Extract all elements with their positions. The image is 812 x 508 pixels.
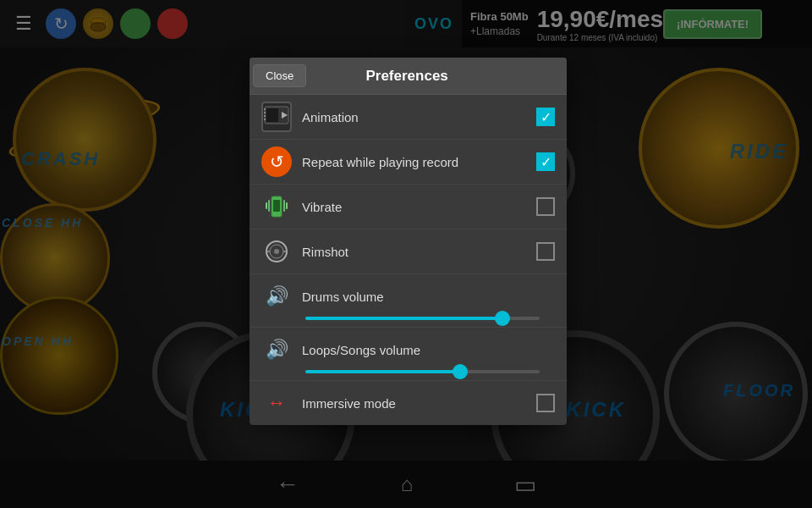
vibrate-icon [261, 191, 292, 222]
immersive-checkbox[interactable] [536, 394, 555, 412]
svg-rect-12 [268, 200, 270, 212]
rimshot-preference[interactable]: Rimshot [250, 229, 567, 274]
loops-volume-header: 🔊 Loops/Songs volume [261, 334, 555, 365]
loops-volume-row: 🔊 Loops/Songs volume [250, 328, 567, 381]
animation-checkbox[interactable]: ✓ [536, 108, 555, 126]
immersive-preference[interactable]: ↔ Immersive mode [250, 381, 567, 425]
rimshot-label: Rimshot [302, 245, 536, 259]
dialog-header: Close Preferences [250, 58, 567, 95]
rimshot-checkbox[interactable] [536, 242, 555, 261]
rimshot-icon [261, 236, 292, 267]
repeat-label: Repeat while playing record [302, 155, 536, 169]
drums-volume-fill [305, 317, 502, 320]
loops-volume-slider[interactable] [305, 370, 540, 373]
svg-rect-13 [283, 200, 285, 212]
svg-rect-6 [264, 108, 266, 110]
svg-rect-8 [264, 115, 266, 117]
close-button[interactable]: Close [253, 64, 306, 87]
checkmark-icon: ✓ [540, 109, 551, 125]
immersive-label: Immersive mode [302, 396, 536, 411]
volume-purple-icon: 🔊 [266, 339, 288, 361]
animation-preference[interactable]: Animation ✓ [250, 95, 567, 140]
svg-rect-11 [273, 200, 280, 212]
svg-rect-7 [264, 112, 266, 113]
dialog-title: Preferences [306, 68, 508, 85]
immersive-icon: ↔ [261, 388, 292, 418]
drums-volume-header: 🔊 Drums volume [261, 281, 555, 312]
drums-volume-slider[interactable] [305, 317, 540, 320]
preferences-dialog: Close Preferences Animation ✓ ↺ Repeat w… [250, 58, 567, 425]
animation-icon [261, 102, 292, 132]
loops-volume-icon: 🔊 [261, 334, 292, 365]
vibrate-checkbox[interactable] [536, 197, 555, 216]
svg-rect-9 [264, 119, 266, 120]
loops-volume-thumb[interactable] [453, 364, 468, 379]
svg-rect-14 [266, 202, 267, 209]
svg-rect-4 [266, 108, 278, 122]
loops-volume-fill [305, 370, 460, 373]
loops-volume-label: Loops/Songs volume [302, 343, 555, 357]
repeat-checkbox[interactable]: ✓ [536, 152, 555, 171]
drums-volume-thumb[interactable] [495, 311, 510, 326]
svg-point-18 [274, 249, 279, 254]
repeat-icon: ↺ [261, 146, 292, 177]
vibrate-preference[interactable]: Vibrate [250, 185, 567, 229]
repeat-preference[interactable]: ↺ Repeat while playing record ✓ [250, 140, 567, 185]
drums-volume-icon: 🔊 [261, 281, 292, 312]
drums-volume-row: 🔊 Drums volume [250, 274, 567, 328]
repeat-checkmark-icon: ✓ [540, 154, 551, 170]
animation-label: Animation [302, 110, 536, 124]
drums-volume-label: Drums volume [302, 290, 555, 304]
svg-rect-15 [286, 202, 288, 209]
vibrate-label: Vibrate [302, 200, 536, 214]
volume-blue-icon: 🔊 [266, 285, 288, 307]
